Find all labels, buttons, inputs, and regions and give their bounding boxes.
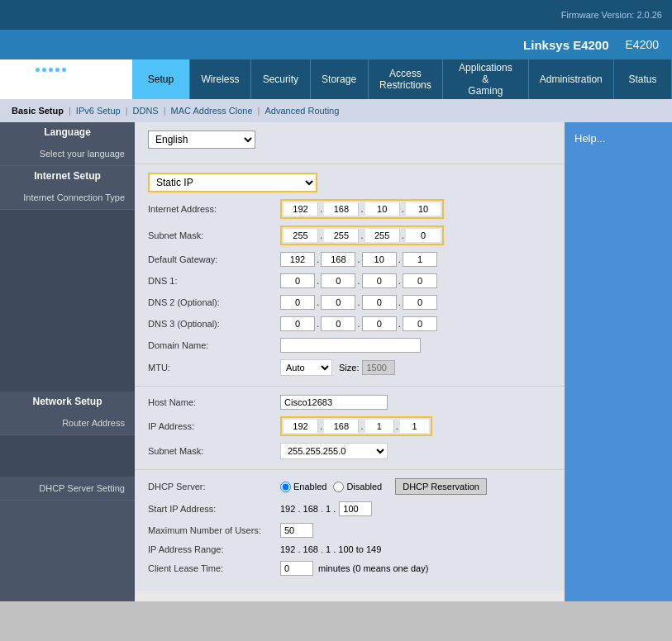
dhcp-reservation-button[interactable]: DHCP Reservation <box>395 478 487 495</box>
domain-name-label: Domain Name: <box>148 340 280 350</box>
router-ip-1[interactable] <box>284 420 318 433</box>
dhcp-section: DHCP Server: Enabled Disabled DHCP Reser… <box>135 470 565 591</box>
gateway-4[interactable] <box>403 252 437 267</box>
internet-addr-1[interactable] <box>284 202 318 216</box>
sidebar-item-dhcp: DHCP Server Setting <box>0 477 135 501</box>
dns3-3[interactable] <box>362 316 397 331</box>
dns1-2[interactable] <box>321 273 355 288</box>
dns3-1[interactable] <box>280 316 315 331</box>
subnet-mask-label: Subnet Mask: <box>148 230 280 240</box>
tab-storage[interactable]: Storage <box>311 59 369 99</box>
net-subnet-label: Subnet Mask: <box>148 446 280 456</box>
subnav-routing[interactable]: Advanced Routing <box>260 106 344 116</box>
router-ip-2[interactable] <box>324 420 359 433</box>
sidebar-item-connection-type: Internet Connection Type <box>0 186 135 210</box>
firmware-bar: Firmware Version: 2.0.26 <box>0 0 672 30</box>
dhcp-disabled-label[interactable]: Disabled <box>333 482 382 492</box>
start-ip-row: Start IP Address: 192 . 168 . 1 . <box>148 501 551 516</box>
sidebar-section-network: Network Setup <box>0 392 135 411</box>
dns1-label: DNS 1: <box>148 276 280 286</box>
tab-apps[interactable]: Applications &Gaming <box>443 59 528 99</box>
domain-name-input[interactable] <box>280 338 421 353</box>
subnav-basic[interactable]: Basic Setup <box>7 106 69 116</box>
dns3-row: DNS 3 (Optional): . . . <box>148 316 551 331</box>
dns2-4[interactable] <box>403 295 437 310</box>
dhcp-enabled-radio[interactable] <box>280 482 291 492</box>
dns3-4[interactable] <box>403 316 437 331</box>
max-users-row: Maximum Number of Users: <box>148 523 551 538</box>
internet-addr-4[interactable] <box>406 202 441 216</box>
gateway-2[interactable] <box>321 252 355 267</box>
lease-time-label: Client Lease Time: <box>148 563 280 573</box>
lease-time-input[interactable] <box>280 561 313 576</box>
subnav-ddns[interactable]: DDNS <box>128 106 164 116</box>
max-users-input[interactable] <box>280 523 313 538</box>
max-users-label: Maximum Number of Users: <box>148 525 280 535</box>
dhcp-start-input[interactable] <box>339 501 372 516</box>
hostname-input[interactable] <box>280 395 388 410</box>
connection-type-row: Static IP Automatic Configuration - DHCP… <box>148 173 551 192</box>
sidebar: Language Select your language Internet S… <box>0 122 135 601</box>
router-ip-4[interactable] <box>400 420 429 433</box>
nav-tabs: Setup Wireless Security Storage AccessRe… <box>132 59 672 99</box>
dhcp-enabled-label[interactable]: Enabled <box>280 482 326 492</box>
dns1-3[interactable] <box>362 273 397 288</box>
subnet-2[interactable] <box>324 229 359 242</box>
dns2-1[interactable] <box>280 295 315 310</box>
internet-section: Static IP Automatic Configuration - DHCP… <box>135 164 565 387</box>
dns3-2[interactable] <box>321 316 355 331</box>
router-ip-group: . . . <box>280 416 432 436</box>
internet-address-group: . . . <box>280 199 444 219</box>
router-ip-3[interactable] <box>365 420 394 433</box>
ip-range-label: IP Address Range: <box>148 544 280 554</box>
tab-admin[interactable]: Administration <box>529 59 614 99</box>
dhcp-server-label: DHCP Server: <box>148 482 280 491</box>
dhcp-enabled-text: Enabled <box>293 482 326 491</box>
mtu-select[interactable]: Auto Manual <box>280 359 332 376</box>
subnav-ipv6[interactable]: IPv6 Setup <box>71 106 126 116</box>
dns1-4[interactable] <box>403 273 437 288</box>
gateway-3[interactable] <box>362 252 397 267</box>
net-subnet-select[interactable]: 255.255.255.0 255.255.0.0 255.0.0.0 <box>280 443 388 459</box>
help-link[interactable]: Help... <box>574 132 606 145</box>
dns1-1[interactable] <box>280 273 315 288</box>
subnet-4[interactable] <box>406 229 441 242</box>
content-area: English Spanish French Static IP Automat… <box>135 122 565 601</box>
dns1-group: . . . <box>280 273 437 288</box>
dhcp-radio-group: Enabled Disabled DHCP Reservation <box>280 478 487 495</box>
default-gateway-label: Default Gateway: <box>148 254 280 264</box>
sidebar-section-language: Language <box>0 122 135 142</box>
tab-setup[interactable]: Setup <box>132 59 190 99</box>
tab-security[interactable]: Security <box>251 59 310 99</box>
gateway-1[interactable] <box>280 252 315 267</box>
language-select[interactable]: English Spanish French <box>148 131 255 149</box>
ip-range-row: IP Address Range: 192 . 168 . 1 . 100 to… <box>148 544 551 554</box>
language-section: English Spanish French <box>135 122 565 164</box>
mtu-size-input <box>362 360 395 375</box>
subnav-mac[interactable]: MAC Address Clone <box>166 106 258 116</box>
dns2-3[interactable] <box>362 295 397 310</box>
sub-nav: Basic Setup | IPv6 Setup | DDNS | MAC Ad… <box>0 99 672 122</box>
dhcp-disabled-text: Disabled <box>346 482 382 491</box>
setup-label: CISCO. <box>0 59 132 99</box>
subnet-3[interactable] <box>365 229 400 242</box>
tab-access[interactable]: AccessRestrictions <box>369 59 443 99</box>
dns2-2[interactable] <box>321 295 355 310</box>
tab-wireless[interactable]: Wireless <box>190 59 251 99</box>
lease-time-row: Client Lease Time: minutes (0 means one … <box>148 561 551 576</box>
cisco-logo: CISCO. <box>36 68 97 91</box>
firmware-version: Firmware Version: 2.0.26 <box>561 10 662 20</box>
start-ip-label: Start IP Address: <box>148 504 280 514</box>
dhcp-disabled-radio[interactable] <box>333 482 344 492</box>
internet-addr-3[interactable] <box>365 202 400 216</box>
default-gateway-row: Default Gateway: . . . <box>148 252 551 267</box>
domain-name-row: Domain Name: <box>148 338 551 353</box>
internet-addr-2[interactable] <box>324 202 359 216</box>
main-content: Language Select your language Internet S… <box>0 122 672 601</box>
subnet-1[interactable] <box>284 229 318 242</box>
sidebar-section-internet: Internet Setup <box>0 166 135 186</box>
mtu-size-label: Size: <box>339 363 359 373</box>
tab-status[interactable]: Status <box>614 59 672 99</box>
connection-type-select[interactable]: Static IP Automatic Configuration - DHCP… <box>148 173 317 192</box>
dns3-group: . . . <box>280 316 437 331</box>
